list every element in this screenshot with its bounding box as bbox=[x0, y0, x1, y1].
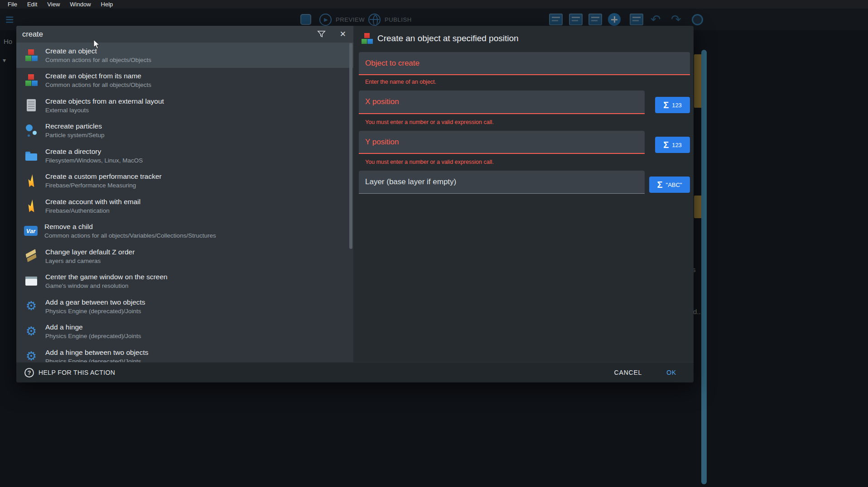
field-label: Y position bbox=[365, 138, 399, 147]
action-title: Add a hinge between two objects bbox=[45, 349, 149, 357]
gear-icon: ⚙ bbox=[24, 324, 39, 339]
action-subtitle: Common actions for all objects/Objects bbox=[45, 57, 151, 63]
action-title: Create a directory bbox=[45, 148, 143, 156]
action-subtitle: Common actions for all objects/Objects bbox=[45, 81, 151, 88]
expression-builder-button[interactable]: Σ 123 bbox=[655, 137, 690, 153]
action-list-item[interactable]: Recreate particles Particle system/Setup bbox=[16, 118, 353, 143]
expression-builder-button[interactable]: Σ "ABC" bbox=[649, 177, 690, 193]
action-title: Add a hinge bbox=[45, 323, 141, 331]
search-input[interactable] bbox=[16, 30, 317, 38]
objects-icon bbox=[24, 48, 39, 62]
action-title: Center the game window on the screen bbox=[45, 273, 168, 281]
sigma-icon: Σ bbox=[663, 140, 669, 150]
action-subtitle: Physics Engine (deprecated)/Joints bbox=[45, 333, 141, 339]
help-label: HELP FOR THIS ACTION bbox=[39, 369, 115, 376]
action-subtitle: Physics Engine (deprecated)/Joints bbox=[45, 358, 149, 362]
search-bar: ✕ bbox=[16, 26, 353, 43]
firebase-icon bbox=[24, 199, 39, 213]
field-label: Object to create bbox=[365, 59, 420, 68]
action-list: Create an object Common actions for all … bbox=[16, 43, 353, 362]
action-subtitle: Filesystem/Windows, Linux, MacOS bbox=[45, 157, 143, 164]
layers-icon bbox=[24, 249, 39, 263]
action-subtitle: Firebase/Performance Measuring bbox=[45, 182, 162, 189]
action-list-item[interactable]: Create objects from an external layout E… bbox=[16, 93, 353, 118]
menu-window[interactable]: Window bbox=[65, 1, 96, 8]
help-icon: ? bbox=[24, 368, 34, 377]
action-subtitle: Firebase/Authentication bbox=[45, 207, 140, 214]
action-title: Create a custom performance tracker bbox=[45, 172, 162, 181]
close-icon[interactable]: ✕ bbox=[337, 29, 349, 40]
action-subtitle: Game's window and resolution bbox=[45, 282, 168, 289]
field-error-text: You must enter a number or a valid expre… bbox=[365, 159, 494, 165]
expression-type-label: "ABC" bbox=[666, 181, 682, 188]
sigma-icon: Σ bbox=[663, 100, 669, 110]
action-list-item[interactable]: Create a custom performance tracker Fire… bbox=[16, 168, 353, 194]
action-title: Create an object bbox=[45, 47, 151, 55]
menu-edit[interactable]: Edit bbox=[22, 1, 42, 8]
action-list-item[interactable]: Change layer default Z order Layers and … bbox=[16, 244, 353, 269]
y-position-field[interactable]: Y position bbox=[359, 131, 645, 154]
action-list-item[interactable]: ⚙ Add a hinge between two objects Physic… bbox=[16, 344, 353, 362]
action-title: Change layer default Z order bbox=[45, 248, 135, 256]
help-for-action-button[interactable]: ? HELP FOR THIS ACTION bbox=[24, 368, 115, 377]
gear-icon: ⚙ bbox=[24, 349, 39, 362]
external-layout-icon bbox=[24, 98, 39, 113]
filter-icon[interactable] bbox=[317, 30, 327, 38]
action-subtitle: Common actions for all objects/Variables… bbox=[44, 232, 216, 239]
action-dialog: ✕ Create an object Common actions for al… bbox=[16, 26, 694, 382]
expression-type-label: 123 bbox=[672, 102, 682, 109]
window-icon bbox=[24, 274, 39, 288]
action-list-item[interactable]: ⚙ Add a gear between two objects Physics… bbox=[16, 294, 353, 319]
dialog-footer: ? HELP FOR THIS ACTION CANCEL OK bbox=[16, 362, 694, 382]
objects-icon bbox=[24, 73, 39, 87]
expression-type-label: 123 bbox=[672, 142, 682, 148]
action-list-item[interactable]: Create a directory Filesystem/Windows, L… bbox=[16, 143, 353, 168]
detail-header: Create an object at specified position bbox=[361, 32, 519, 45]
menu-bar: File Edit View Window Help bbox=[0, 0, 868, 9]
action-subtitle: Particle system/Setup bbox=[45, 132, 105, 138]
gear-icon: ⚙ bbox=[24, 299, 39, 314]
app-window: File Edit View Window Help ≡ ▶ PREVIEW P… bbox=[0, 0, 868, 487]
action-title: Add a gear between two objects bbox=[45, 298, 145, 306]
action-detail-panel: Create an object at specified position O… bbox=[353, 26, 694, 362]
field-label: Layer (base layer if empty) bbox=[365, 177, 456, 186]
folder-icon bbox=[24, 148, 39, 163]
action-title: Create objects from an external layout bbox=[45, 97, 164, 105]
field-error-text: Enter the name of an object. bbox=[365, 79, 436, 85]
action-list-item[interactable]: Create account with with email Firebase/… bbox=[16, 193, 353, 219]
field-error-text: You must enter a number or a valid expre… bbox=[365, 119, 494, 125]
action-list-item[interactable]: Create an object from its name Common ac… bbox=[16, 68, 353, 93]
particles-icon bbox=[24, 123, 39, 138]
action-list-item[interactable]: Var Remove a child Common actions for al… bbox=[16, 219, 353, 244]
sigma-icon: Σ bbox=[657, 180, 663, 190]
action-title: Create account with with email bbox=[45, 198, 140, 206]
action-subtitle: External layouts bbox=[45, 107, 164, 114]
action-subtitle: Physics Engine (deprecated)/Joints bbox=[45, 308, 145, 315]
expression-builder-button[interactable]: Σ 123 bbox=[655, 97, 690, 113]
object-to-create-field[interactable]: Object to create bbox=[359, 52, 690, 75]
field-label: X position bbox=[365, 97, 399, 106]
layer-field[interactable]: Layer (base layer if empty) bbox=[359, 171, 645, 194]
menu-help[interactable]: Help bbox=[96, 1, 118, 8]
action-title: Remove a child bbox=[44, 223, 216, 231]
menu-view[interactable]: View bbox=[42, 1, 65, 8]
action-list-item[interactable]: Center the game window on the screen Gam… bbox=[16, 269, 353, 294]
action-title: Recreate particles bbox=[45, 122, 105, 130]
action-subtitle: Layers and cameras bbox=[45, 258, 135, 264]
variable-icon: Var bbox=[24, 226, 38, 236]
x-position-field[interactable]: X position bbox=[359, 91, 645, 114]
ok-button[interactable]: OK bbox=[665, 366, 678, 379]
cancel-button[interactable]: CANCEL bbox=[612, 366, 644, 379]
list-scrollbar[interactable] bbox=[349, 43, 352, 249]
menu-file[interactable]: File bbox=[3, 1, 22, 8]
action-title: Create an object from its name bbox=[45, 72, 151, 80]
objects-icon bbox=[361, 32, 373, 45]
action-list-item[interactable]: Create an object Common actions for all … bbox=[16, 43, 353, 68]
firebase-icon bbox=[24, 173, 39, 188]
action-list-item[interactable]: ⚙ Add a hinge Physics Engine (deprecated… bbox=[16, 319, 353, 344]
detail-title: Create an object at specified position bbox=[377, 33, 519, 43]
action-list-panel: ✕ Create an object Common actions for al… bbox=[16, 26, 353, 362]
